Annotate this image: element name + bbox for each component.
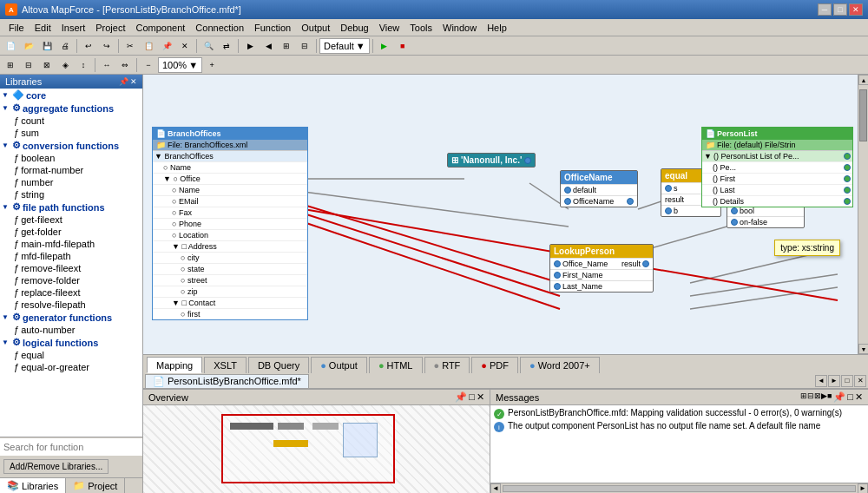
tab-xslt[interactable]: XSLT [204,357,247,373]
tb-replace[interactable]: ⇄ [218,38,235,54]
panel-title-icons[interactable]: 📌 ✕ [119,77,137,86]
lp-firstname-connector[interactable] [554,272,561,279]
nav-float-btn[interactable]: □ [841,375,853,387]
tb2-3[interactable]: ⊠ [38,57,56,73]
officename-name-connector[interactable] [564,198,571,205]
pl-details-connector[interactable] [844,198,851,205]
menu-edit[interactable]: Edit [30,19,56,36]
tree-item-resolve-filepath[interactable]: ƒ resolve-filepath [0,299,142,311]
office-bool-connector[interactable] [731,207,738,214]
tb-delete[interactable]: ✕ [176,38,194,54]
zoom-dropdown[interactable]: 100% ▼ [158,57,202,73]
pl-root-connector[interactable] [844,153,851,160]
tree-item-replace-fileext[interactable]: ƒ replace-fileext [0,286,142,299]
tab-rtf[interactable]: ● RTF [424,357,470,373]
overview-close-icon[interactable]: ✕ [477,391,484,403]
tree-item-sum[interactable]: ƒ sum [0,127,142,139]
search-input[interactable] [0,438,142,456]
tb2-zoom-out[interactable]: − [140,57,157,73]
personlist-node[interactable]: 📄 PersonList 📁 File: (default) File/Stri… [701,127,853,207]
canvas-scrollbar-v[interactable]: ▲ ▼ [858,75,868,354]
pl-pe-connector[interactable] [844,164,851,171]
scroll-thumb[interactable] [859,89,867,141]
tb2-5[interactable]: ↕ [75,57,92,73]
file-tab-main[interactable]: 📄 PersonListByBranchOffice.mfd* [145,374,309,388]
branch-offices-node[interactable]: 📄 BranchOffices 📁 File: BranchOffices.xm… [152,127,308,320]
lp-officename-connector[interactable] [554,260,561,267]
scroll-up-btn[interactable]: ▲ [858,75,868,85]
menu-view[interactable]: View [374,19,405,36]
equal-b-connector[interactable] [665,207,672,214]
tb-redo[interactable]: ↪ [98,38,115,54]
tree-category-core[interactable]: ▼ 🔷 core [0,89,142,102]
tb-paste[interactable]: 📌 [158,38,175,54]
menu-tools[interactable]: Tools [404,19,437,36]
officename-output-connector[interactable] [627,198,634,205]
tab-db-query[interactable]: DB Query [248,357,309,373]
tb-undo[interactable]: ↩ [80,38,97,54]
tb-run[interactable]: ▶ [376,38,393,54]
minimize-button[interactable]: ─ [818,3,832,16]
tree-item-number[interactable]: ƒ number [0,176,142,188]
tree-item-main-mfd[interactable]: ƒ main-mfd-filepath [0,238,142,250]
tab-project[interactable]: 📁 Project [66,478,125,493]
menu-connection[interactable]: Connection [190,19,249,36]
nav-next-btn[interactable]: ► [828,375,840,387]
messages-float-icon[interactable]: □ [847,391,853,403]
nav-close-btn[interactable]: ✕ [854,375,866,387]
menu-file[interactable]: File [3,19,30,36]
messages-close-icon[interactable]: ✕ [855,391,863,403]
tb-copy[interactable]: 📋 [140,38,157,54]
menu-component[interactable]: Component [130,19,190,36]
lookupperson-node[interactable]: LookupPerson Office_Name result First_Na… [549,244,654,293]
tb2-zoom-in[interactable]: + [203,57,220,73]
tb-b2[interactable]: ◀ [260,38,277,54]
tb-save[interactable]: 💾 [38,38,56,54]
menu-function[interactable]: Function [249,19,296,36]
panel-pin-icon[interactable]: 📌 [119,77,128,86]
messages-scrollbar-h[interactable]: ◄ ► [490,483,868,493]
tb2-1[interactable]: ⊞ [2,57,19,73]
menu-output[interactable]: Output [296,19,335,36]
messages-panel-controls[interactable]: ⊞⊟⊠▶■ 📌 □ ✕ [800,391,863,403]
tree-category-filepath[interactable]: ▼ ⚙ file path functions [0,200,142,214]
tree-item-auto-number[interactable]: ƒ auto-number [0,324,142,336]
tb-find[interactable]: 🔍 [200,38,217,54]
tab-output[interactable]: ● Output [311,357,367,373]
tb-b3[interactable]: ⊞ [278,38,295,54]
tb-print[interactable]: 🖨 [56,38,74,54]
window-controls[interactable]: ─ □ ✕ [818,3,863,16]
lp-result-connector[interactable] [642,260,649,267]
scroll-right-btn[interactable]: ► [858,483,868,494]
overview-pin-icon[interactable]: 📌 [455,391,467,403]
nav-prev-btn[interactable]: ◄ [815,375,827,387]
tree-item-get-folder[interactable]: ƒ get-folder [0,226,142,238]
tree-category-generator[interactable]: ▼ ⚙ generator functions [0,311,142,324]
tb-stop[interactable]: ■ [394,38,411,54]
office-onfalse-connector[interactable] [731,219,738,226]
overview-float-icon[interactable]: □ [469,391,475,403]
menu-project[interactable]: Project [90,19,130,36]
pl-first-connector[interactable] [844,175,851,182]
tree-category-conversion[interactable]: ▼ ⚙ conversion functions [0,139,142,152]
tab-word[interactable]: ● Word 2007+ [520,357,600,373]
scroll-left-btn[interactable]: ◄ [490,483,501,494]
tree-item-mfd-filepath[interactable]: ƒ mfd-filepath [0,250,142,262]
messages-pin-icon[interactable]: 📌 [833,391,845,403]
tb-b4[interactable]: ⊟ [296,38,313,54]
tree-item-equal-or-greater[interactable]: ƒ equal-or-greater [0,361,142,373]
tree-item-boolean[interactable]: ƒ boolean [0,152,142,164]
tb-open[interactable]: 📂 [20,38,37,54]
tree-item-format-number[interactable]: ƒ format-number [0,164,142,176]
add-remove-libraries-button[interactable]: Add/Remove Libraries... [3,459,108,474]
menu-debug[interactable]: Debug [335,19,373,36]
tb2-4[interactable]: ◈ [56,57,74,73]
tab-pdf[interactable]: ● PDF [471,357,518,373]
tb-b1[interactable]: ▶ [241,38,259,54]
tree-category-aggregate[interactable]: ▼ ⚙ aggregate functions [0,102,142,115]
equal-s-connector[interactable] [665,185,672,192]
tb-new[interactable]: 📄 [2,38,19,54]
tb2-7[interactable]: ⇔ [116,57,134,73]
menu-help[interactable]: Help [482,19,512,36]
canvas-area[interactable]: 📄 BranchOffices 📁 File: BranchOffices.xm… [143,75,858,354]
